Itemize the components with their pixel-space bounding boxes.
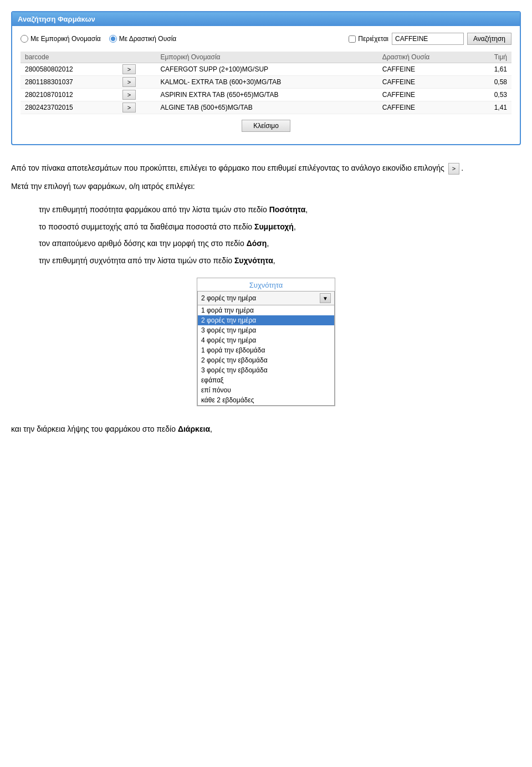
radio-commercial[interactable]: [21, 35, 28, 43]
cell-barcode: 2802108701012: [21, 89, 118, 101]
cell-select[interactable]: >: [118, 101, 156, 114]
item-sychnothta-text: την επιθυμητή συχνότητα από την λίστα τι…: [39, 256, 234, 265]
dropdown-list-item[interactable]: 1 φορά την εβδομάδα: [198, 345, 334, 355]
cell-select[interactable]: >: [118, 76, 156, 89]
table-header-row: barcode Εμπορική Ονομασία Δραστική Ουσία…: [21, 52, 511, 63]
dropdown-widget: Συχνότητα 2 φορές την ημέρα ▼ 1 φορά την…: [197, 278, 335, 406]
dropdown-selected[interactable]: 2 φορές την ημέρα ▼: [197, 291, 335, 305]
radio-commercial-text: Με Εμπορική Ονομασία: [30, 35, 101, 43]
item-sychnothta: την επιθυμητή συχνότητα από την λίστα τι…: [39, 254, 521, 267]
col-commercial: Εμπορική Ονομασία: [156, 52, 377, 63]
table-row: 2802423702015 > ALGINE TAB (500+65)MG/TA…: [21, 101, 511, 114]
cell-commercial: CAFERGOT SUPP (2+100)MG/SUP: [156, 63, 377, 76]
select-row-button[interactable]: >: [122, 77, 136, 87]
search-top-row: Με Εμπορική Ονομασία Με Δραστική Ουσία Π…: [21, 33, 511, 45]
cell-barcode: 2802423702015: [21, 101, 118, 114]
dropdown-arrow-icon[interactable]: ▼: [320, 293, 331, 303]
dialog-body: Με Εμπορική Ονομασία Με Δραστική Ουσία Π…: [12, 26, 520, 144]
item-posotita-bold: Ποσότητα: [269, 205, 306, 214]
cell-substance: CAFFEINE: [378, 76, 474, 89]
dialog-title: Αναζήτηση Φαρμάκων: [12, 12, 520, 26]
search-right: Περιέχεται Αναζήτηση: [349, 33, 511, 45]
item-dosi: τον απαιτούμενο αριθμό δόσης και την μορ…: [39, 237, 521, 249]
dropdown-list-item[interactable]: 3 φορές την ημέρα: [198, 325, 334, 335]
radio-commercial-label[interactable]: Με Εμπορική Ονομασία: [21, 35, 101, 43]
radio-substance[interactable]: [109, 35, 117, 43]
dropdown-list-item[interactable]: εφάπαξ: [198, 375, 334, 385]
dropdown-list-item[interactable]: 2 φορές την εβδομάδα: [198, 355, 334, 365]
radio-group: Με Εμπορική Ονομασία Με Δραστική Ουσία: [21, 35, 176, 43]
dropdown-list-item[interactable]: 1 φορά την ημέρα: [198, 305, 334, 315]
col-price: Τιμή: [474, 52, 511, 63]
indented-items: την επιθυμητή ποσότητα φαρμάκου από την …: [39, 203, 521, 267]
dropdown-list-item[interactable]: 2 φορές την ημέρα: [198, 315, 334, 325]
radio-substance-label[interactable]: Με Δραστική Ουσία: [109, 35, 177, 43]
col-barcode: barcode: [21, 52, 118, 63]
cell-price: 0,53: [474, 89, 511, 101]
col-substance: Δραστική Ουσία: [378, 52, 474, 63]
final-text-prefix: και την διάρκεια λήψης του φαρμάκου στο …: [11, 425, 178, 433]
select-icon-inline: >: [448, 163, 459, 175]
cell-select[interactable]: >: [118, 89, 156, 101]
search-button[interactable]: Αναζήτηση: [467, 33, 511, 45]
contains-label: Περιέχεται: [358, 35, 388, 43]
select-row-button[interactable]: >: [122, 103, 136, 113]
final-text-bold: Διάρκεια: [178, 425, 210, 433]
select-row-button[interactable]: >: [122, 90, 136, 100]
item-symmetoxi-bold: Συμμετοχή: [254, 222, 294, 231]
cell-commercial: ALGINE TAB (500+65)MG/TAB: [156, 101, 377, 114]
item-symmetoxi-text: το ποσοστό συμμετοχής από τα διαθέσιμα π…: [39, 222, 254, 231]
item-symmetoxi: το ποσοστό συμμετοχής από τα διαθέσιμα π…: [39, 221, 521, 233]
final-paragraph: και την διάρκεια λήψης του φαρμάκου στο …: [11, 423, 521, 435]
cell-price: 0,58: [474, 76, 511, 89]
cell-select[interactable]: >: [118, 63, 156, 76]
cell-substance: CAFFEINE: [378, 63, 474, 76]
cell-barcode: 2801188301037: [21, 76, 118, 89]
dropdown-list-item[interactable]: 4 φορές την ημέρα: [198, 335, 334, 345]
table-row: 2801188301037 > KALMOL- EXTRA TAB (600+3…: [21, 76, 511, 89]
intro-paragraph: Από τον πίνακα αποτελεσμάτων που προκύπτ…: [11, 162, 521, 175]
item-posotita-text: την επιθυμητή ποσότητα φαρμάκου από την …: [39, 205, 269, 214]
close-row: Κλείσιμο: [21, 120, 511, 137]
select-row-button[interactable]: >: [122, 64, 136, 74]
radio-substance-text: Με Δραστική Ουσία: [119, 35, 177, 43]
dropdown-list-item[interactable]: κάθε 2 εβδομάδες: [198, 395, 334, 405]
cell-barcode: 2800580802012: [21, 63, 118, 76]
cell-commercial: KALMOL- EXTRA TAB (600+30)MG/TAB: [156, 76, 377, 89]
item-dosi-text: τον απαιτούμενο αριθμό δόσης και την μορ…: [39, 239, 247, 248]
cell-price: 1,41: [474, 101, 511, 114]
close-button[interactable]: Κλείσιμο: [242, 120, 290, 132]
dropdown-title: Συχνότητα: [197, 278, 335, 291]
cell-substance: CAFFEINE: [378, 89, 474, 101]
contains-checkbox-label[interactable]: Περιέχεται: [349, 35, 388, 43]
dropdown-selected-text: 2 φορές την ημέρα: [201, 294, 256, 302]
dropdown-list-item[interactable]: 3 φορές την εβδομάδα: [198, 365, 334, 375]
table-row: 2800580802012 > CAFERGOT SUPP (2+100)MG/…: [21, 63, 511, 76]
search-input[interactable]: [392, 33, 464, 45]
intro-text: Από τον πίνακα αποτελεσμάτων που προκύπτ…: [11, 163, 444, 172]
cell-commercial: ASPIRIN EXTRA TAB (650+65)MG/TAB: [156, 89, 377, 101]
dropdown-list: 1 φορά την ημέρα2 φορές την ημέρα3 φορές…: [197, 305, 335, 406]
results-table: barcode Εμπορική Ονομασία Δραστική Ουσία…: [21, 52, 511, 114]
after-selection-text: Μετά την επιλογή των φαρμάκων, ο/η ιατρό…: [11, 180, 521, 192]
dropdown-list-item[interactable]: επί πόνου: [198, 385, 334, 395]
body-intro-section: Από τον πίνακα αποτελεσμάτων που προκύπτ…: [11, 162, 521, 192]
final-text-suffix: ,: [210, 425, 212, 433]
item-posotita: την επιθυμητή ποσότητα φαρμάκου από την …: [39, 203, 521, 216]
table-row: 2802108701012 > ASPIRIN EXTRA TAB (650+6…: [21, 89, 511, 101]
cell-substance: CAFFEINE: [378, 101, 474, 114]
dropdown-widget-container: Συχνότητα 2 φορές την ημέρα ▼ 1 φορά την…: [11, 278, 521, 406]
item-dosi-bold: Δόση: [247, 239, 267, 248]
col-action: [118, 52, 156, 63]
item-sychnothta-bold: Συχνότητα: [234, 256, 273, 265]
cell-price: 1,61: [474, 63, 511, 76]
contains-checkbox[interactable]: [349, 35, 356, 43]
search-dialog: Αναζήτηση Φαρμάκων Με Εμπορική Ονομασία …: [11, 11, 521, 145]
